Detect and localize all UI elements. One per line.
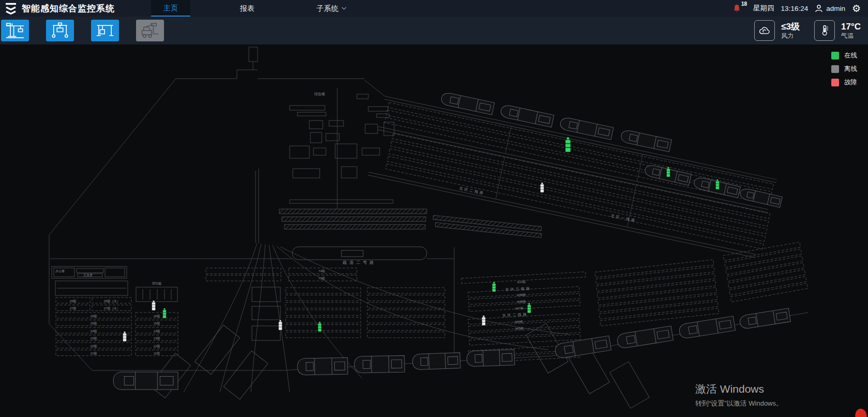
temperature-value: 17°C [841, 22, 861, 32]
user-menu[interactable]: admin [815, 4, 845, 12]
map-label: A09箱 [517, 293, 526, 297]
ship [354, 355, 405, 373]
notification-bell[interactable]: 18 [733, 4, 746, 13]
app-logo-icon [4, 2, 18, 15]
device-marker-offline[interactable] [482, 316, 486, 325]
equipment-toolbar: ≤3级 风力 17°C 气温 [0, 17, 868, 44]
map-label: 301箱 [152, 281, 162, 285]
map-label: 15箱 [154, 321, 160, 325]
tab-home[interactable]: 主页 [151, 0, 190, 17]
map-label: 22箱 [91, 344, 97, 348]
ship [467, 349, 515, 366]
windows-watermark: 激活 Windows 转到“设置”以激活 Windows。 [695, 382, 783, 408]
username-text: admin [826, 5, 845, 12]
ship [739, 308, 791, 330]
temperature-icon-box [814, 20, 835, 41]
map-label: 24箱 [91, 329, 97, 333]
device-marker-online[interactable] [528, 303, 531, 313]
map-label: A06箱 [514, 320, 523, 324]
coastline [49, 47, 808, 370]
legend-item-online: 在线 [831, 51, 863, 60]
buildings-cluster [290, 94, 394, 178]
legend-label: 故障 [844, 78, 863, 87]
temperature-label: 气温 [841, 32, 861, 40]
equipment-button-stacker[interactable] [136, 20, 164, 41]
map-label: 73箱 [319, 276, 325, 280]
tab-reports[interactable]: 报表 [228, 0, 267, 17]
legend-label: 离线 [844, 65, 863, 73]
map-label: 12箱 [154, 344, 160, 348]
tab-label: 子系统 [317, 1, 338, 16]
device-marker-online[interactable] [716, 180, 720, 189]
ship [440, 92, 495, 115]
map-label: 东区三线路 [505, 287, 531, 292]
bell-icon [733, 4, 741, 13]
map-label: 25箱 [91, 321, 97, 325]
weather-panel: ≤3级 风力 17°C 气温 [754, 20, 861, 41]
top-navbar: 智能感知综合监控系统 主页报表子系统 18 星期四 13:16:24 admin… [0, 0, 868, 17]
ship [620, 129, 672, 152]
device-marker-offline[interactable] [123, 332, 127, 341]
device-marker-offline[interactable] [279, 320, 282, 330]
device-marker-offline[interactable] [152, 301, 156, 310]
tab-subsystems[interactable]: 子系统 [304, 0, 359, 17]
map-label: 21箱 [91, 351, 97, 355]
device-marker-online[interactable] [565, 138, 571, 153]
legend-swatch-online [831, 52, 839, 59]
settings-gear-icon[interactable]: ⚙ [852, 4, 861, 13]
wind-label: 风力 [781, 32, 800, 40]
legend-swatch-offline [831, 65, 839, 73]
map-label: 74箱 [319, 269, 325, 273]
rtg-crane-icon [49, 21, 71, 40]
legend-item-offline: 离线 [831, 65, 863, 73]
tab-label: 报表 [240, 1, 255, 16]
map-label: 办公楼 [55, 270, 65, 273]
port-map-area: 综合楼疏港二号路301箱办公楼工具房29箱29箱（冷）27箱27箱（冷）26箱2… [0, 44, 868, 417]
chevron-down-icon [341, 7, 347, 10]
device-marker-online[interactable] [318, 322, 322, 332]
ship [500, 104, 554, 127]
ship [297, 358, 348, 375]
equipment-buttons [1, 20, 181, 41]
device-marker-online[interactable] [492, 282, 496, 292]
clock-text: 13:16:24 [781, 5, 809, 12]
status-legend: 在线离线故障 [831, 51, 863, 87]
map-label: 23箱 [91, 336, 97, 340]
roads [279, 200, 542, 260]
user-icon [815, 4, 823, 12]
port-map: 综合楼疏港二号路301箱办公楼工具房29箱29箱（冷）27箱27箱（冷）26箱2… [0, 44, 868, 417]
rmg-crane-icon [94, 21, 116, 40]
equipment-button-rmg-crane[interactable] [91, 20, 119, 41]
equipment-button-quay-crane[interactable] [1, 20, 29, 41]
map-label: 26箱 [91, 314, 97, 318]
map-label: A05箱 [515, 326, 523, 331]
map-label: 14箱 [154, 329, 160, 333]
ship [559, 116, 613, 140]
ship [678, 316, 735, 339]
thermometer-icon [819, 25, 830, 36]
quay-crane-icon [4, 21, 26, 40]
cloud-wind-icon [758, 25, 771, 36]
map-label: 27箱（冷） [104, 306, 120, 310]
map-label: 27箱 [70, 306, 77, 310]
device-marker-online[interactable] [667, 167, 670, 177]
device-marker-offline[interactable] [541, 183, 544, 192]
legend-item-fault: 故障 [831, 78, 863, 87]
tab-label: 主页 [163, 0, 178, 16]
equipment-button-rtg-crane[interactable] [46, 20, 74, 41]
ship [412, 352, 460, 369]
map-label: A10箱 [517, 280, 526, 284]
map-label: 13箱 [154, 336, 160, 340]
wind-icon-box [754, 20, 775, 41]
forklift-icon [139, 21, 161, 40]
map-label: 疏港二号路 [342, 260, 377, 265]
ship [616, 326, 673, 349]
watermark-line1: 激活 Windows [695, 382, 783, 396]
notification-count: 18 [741, 1, 747, 10]
wind-value: ≤3级 [781, 22, 800, 32]
weekday-text: 星期四 [753, 4, 774, 13]
ship [113, 372, 178, 390]
map-label: 29箱（冷） [104, 299, 120, 303]
watermark-line2: 转到“设置”以激活 Windows。 [695, 399, 783, 408]
device-marker-online[interactable] [163, 308, 167, 318]
